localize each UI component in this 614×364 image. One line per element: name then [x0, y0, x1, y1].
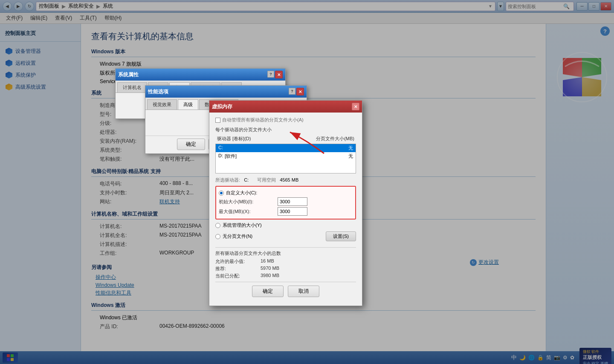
totals-title: 所有驱动器分页文件大小的总数 — [215, 250, 356, 257]
system-managed-radio[interactable] — [215, 223, 220, 228]
dialog-perf-titlebar: 性能选项 ? ✕ — [145, 86, 307, 98]
drive-row-c[interactable]: C: 无 — [216, 144, 356, 152]
set-button[interactable]: 设置(S) — [326, 231, 356, 241]
system-managed-radio-row: 系统管理的大小(Y) — [215, 222, 356, 228]
dialog-perf-close[interactable]: ✕ — [296, 88, 304, 95]
available-space-label: 可用空间 — [257, 177, 276, 182]
drive-row-d[interactable]: D: [软件] 无 — [216, 152, 356, 160]
custom-size-radio[interactable] — [219, 191, 224, 196]
max-size-input[interactable] — [278, 207, 307, 216]
available-space-value: 4565 MB — [280, 177, 298, 182]
auto-manage-label: 自动管理所有驱动器的分页文件大小(A) — [222, 117, 304, 123]
selected-drive-value: C: — [244, 177, 249, 182]
vmem-confirm-btn[interactable]: 确定 — [252, 286, 284, 297]
current-row: 当前已分配: 3980 MB — [215, 273, 356, 279]
tab-visual-effects[interactable]: 视觉效果 — [147, 99, 177, 110]
perf-confirm-btn[interactable]: 确定 — [177, 139, 205, 150]
dialog-sysattr-close[interactable]: ✕ — [275, 71, 283, 78]
dialog-sysattr-controls: ? ✕ — [267, 71, 283, 78]
paging-options-group: 自定义大小(C): 初始大小(MB)(I): 最大值(MB)(X): 系统管理的… — [215, 186, 356, 243]
drive-col-header: 驱动器 [卷标](D) — [217, 136, 251, 142]
dialog-vmem-close[interactable]: ✕ — [352, 103, 359, 110]
min-row: 允许的最小值: 16 MB — [215, 258, 356, 265]
recommended-label: 推荐: — [215, 266, 258, 272]
initial-size-row: 初始大小(MB)(I): — [219, 197, 353, 206]
drive-list[interactable]: C: 无 D: [软件] 无 — [215, 144, 356, 173]
drive-d-letter: D: — [218, 153, 223, 159]
drive-table-header: 驱动器 [卷标](D) 分页文件大小(MB) — [215, 135, 356, 143]
dialog-virtual-memory: 虚拟内存 ✕ 自动管理所有驱动器的分页文件大小(A) 每个驱动器的分页文件大小 … — [209, 100, 362, 306]
max-size-row: 最大值(MB)(X): — [219, 207, 353, 216]
initial-size-label: 初始大小(MB)(I): — [219, 199, 274, 205]
dialog-vmem-title: 虚拟内存 — [212, 103, 232, 110]
dialog-sysattr-help[interactable]: ? — [267, 71, 274, 78]
selected-drive-label: 所选驱动器: — [215, 177, 240, 182]
dialog-sysattr-titlebar: 系统属性 ? ✕ — [116, 69, 285, 81]
custom-size-box: 自定义大小(C): 初始大小(MB)(I): 最大值(MB)(X): — [215, 186, 356, 220]
no-paging-radio[interactable] — [215, 234, 220, 239]
min-label: 允许的最小值: — [215, 258, 258, 265]
max-size-label: 最大值(MB)(X): — [219, 208, 274, 215]
dialog-vmem-content: 自动管理所有驱动器的分页文件大小(A) 每个驱动器的分页文件大小 驱动器 [卷标… — [209, 113, 362, 306]
auto-manage-checkbox[interactable] — [215, 118, 220, 123]
dialog-perf-help[interactable]: ? — [289, 88, 295, 95]
vmem-buttons: 确定 取消 — [215, 282, 356, 301]
vmem-cancel-btn[interactable]: 取消 — [288, 286, 319, 297]
recommended-row: 推荐: 5970 MB — [215, 266, 356, 272]
custom-size-radio-row: 自定义大小(C): — [219, 190, 353, 196]
recommended-value: 5970 MB — [261, 266, 279, 272]
current-value: 3980 MB — [261, 273, 279, 279]
dialog-perf-title: 性能选项 — [148, 88, 168, 95]
initial-size-input[interactable] — [278, 197, 307, 206]
no-paging-row: 无分页文件(N) 设置(S) — [215, 230, 356, 243]
custom-size-label: 自定义大小(C): — [226, 190, 257, 196]
drive-c-letter: C: — [218, 145, 223, 151]
drive-d-size: 无 — [348, 153, 353, 159]
system-managed-label: 系统管理的大小(Y) — [223, 222, 262, 228]
no-paging-label: 无分页文件(N) — [223, 233, 252, 240]
min-value: 16 MB — [261, 258, 274, 265]
drive-d-label: [软件] — [223, 153, 348, 159]
per-drive-label: 每个驱动器的分页文件大小 — [215, 127, 356, 133]
no-paging-radio-row: 无分页文件(N) — [215, 233, 252, 240]
drive-c-size: 无 — [348, 145, 353, 151]
tab-advanced-perf[interactable]: 高级 — [178, 99, 198, 110]
totals-section: 所有驱动器分页文件大小的总数 允许的最小值: 16 MB 推荐: 5970 MB… — [215, 247, 356, 279]
dialog-vmem-titlebar: 虚拟内存 ✕ — [209, 101, 362, 113]
tab-computer-name[interactable]: 计算机名 — [117, 82, 147, 92]
current-label: 当前已分配: — [215, 273, 258, 279]
pagesize-col-header: 分页文件大小(MB) — [316, 136, 354, 142]
dialog-sysattr-title: 系统属性 — [118, 71, 139, 78]
selected-drive-info: 所选驱动器: C: 可用空间 4565 MB — [215, 177, 356, 183]
auto-manage-row: 自动管理所有驱动器的分页文件大小(A) — [215, 117, 356, 123]
dialog-perf-controls: ? ✕ — [289, 88, 304, 95]
